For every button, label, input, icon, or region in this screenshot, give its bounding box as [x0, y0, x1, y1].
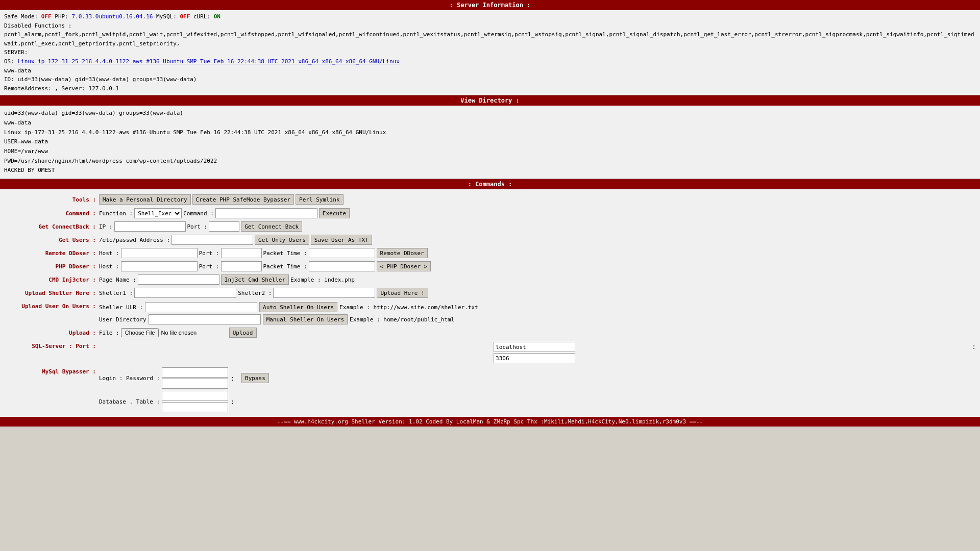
sheller1-label: Sheller1 : — [99, 290, 133, 296]
vd-line6: PWD=/usr/share/nginx/html/wordpress_com/… — [4, 157, 976, 166]
mysql-bypasser-content: Login : Password : : Bypass Database . T… — [99, 367, 976, 412]
ip-input[interactable] — [114, 221, 186, 232]
table-input[interactable] — [162, 402, 228, 412]
tools-row: Tools : Make a Personal Directory Create… — [0, 192, 980, 207]
server-info-line1: Safe Mode: OFF PHP: 7.0.33-0ubuntu0.16.0… — [4, 12, 976, 21]
php-ddoser-content: Host : Port : Packet Time : < PHP DDoser… — [99, 261, 976, 271]
server-disabled-value: pcntl_alarm,pcntl_fork,pcntl_waitpid,pcn… — [4, 30, 976, 48]
remote-ddoser-button[interactable]: Remote DDoser — [377, 248, 428, 258]
passwd-address-label: /etc/passwd Address : — [99, 237, 170, 243]
cmd-injector-example: Example : index.php — [290, 277, 355, 283]
command-label: Command : — [4, 210, 96, 217]
server-remote: RemoteAddress: , Server: 127.0.0.1 — [4, 84, 976, 93]
login-input[interactable] — [162, 367, 228, 378]
commands-section: Tools : Make a Personal Directory Create… — [0, 189, 980, 417]
port-label: Port : — [187, 223, 208, 230]
perl-symlink-button[interactable]: Perl Symlink — [296, 194, 343, 205]
function-select[interactable]: Shell_Exec exec system passthru popen — [134, 208, 182, 218]
sheller-ulr-input[interactable] — [145, 302, 257, 312]
rdos-host-label: Host : — [99, 250, 119, 257]
pdos-host-label: Host : — [99, 263, 119, 270]
php-ddoser-row: PHP DDoser : Host : Port : Packet Time :… — [0, 260, 980, 273]
page-name-input[interactable] — [138, 274, 219, 285]
php-ddoser-button[interactable]: < PHP DDoser > — [377, 261, 431, 271]
vd-line3: Linux ip-172-31-25-216 4.4.0-1122-aws #1… — [4, 128, 976, 138]
sheller-ulr-label: Sheller ULR : — [99, 304, 143, 311]
cmd-injector-row: CMD Inj3ctor : Page Name : Inj3ct Cmd Sh… — [0, 273, 980, 286]
cmd-injector-content: Page Name : Inj3ct Cmd Sheller Example :… — [99, 274, 976, 285]
command-input[interactable] — [215, 208, 317, 218]
sql-port-input[interactable] — [494, 353, 575, 363]
auto-sheller-button[interactable]: Auto Sheller On Users — [259, 302, 337, 312]
passwd-address-input[interactable] — [172, 235, 253, 245]
upload-row: Upload : File : Upload — [0, 326, 980, 339]
upload-user-row: Upload User On Users : Sheller ULR : Aut… — [0, 299, 980, 326]
footer-bar: --== www.h4ckcity.org Sheller Version: 1… — [0, 417, 980, 427]
sql-server-row: SQL-Server : Port : : — [0, 339, 980, 365]
upload-sheller-content: Sheller1 : Sheller2 : Upload Here ! — [99, 288, 976, 298]
remote-ddoser-row: Remote DDoser : Host : Port : Packet Tim… — [0, 246, 980, 260]
cmd-injector-label: CMD Inj3ctor : — [4, 277, 96, 283]
page-name-label: Page Name : — [99, 277, 136, 283]
bypass-button[interactable]: Bypass — [241, 373, 269, 383]
server-www: www-data — [4, 66, 976, 76]
mysql-bypasser-row: MySql Bypasser : Login : Password : : By… — [0, 365, 980, 414]
inject-cmd-sheller-button[interactable]: Inj3ct Cmd Sheller — [221, 274, 289, 285]
get-users-content: /etc/passwd Address : Get Only Users Sav… — [99, 235, 976, 245]
server-os-line: SERVER: — [4, 48, 976, 57]
get-only-users-button[interactable]: Get Only Users — [255, 235, 309, 245]
manual-sheller-example: Example : home/root/public_html — [350, 316, 454, 323]
rdos-host-input[interactable] — [121, 248, 198, 258]
manual-sheller-button[interactable]: Manual Sheller On Users — [263, 314, 348, 324]
sql-server-label: SQL-Server : Port : — [4, 342, 96, 349]
vd-line7: HACKED BY OMEST — [4, 166, 976, 176]
rdos-packet-label: Packet Time : — [263, 250, 307, 257]
vd-line4: USER=www-data — [4, 137, 976, 147]
view-directory-section: uid=33(www-data) gid=33(www-data) groups… — [0, 106, 980, 179]
create-php-safemode-button[interactable]: Create PHP SafeMode Bypasser — [192, 194, 294, 205]
vd-line5: HOME=/var/www — [4, 147, 976, 157]
upload-user-content: Sheller ULR : Auto Sheller On Users Exam… — [99, 302, 976, 324]
server-os: OS: Linux ip-172-31-25-216 4.4.0-1122-aw… — [4, 57, 976, 66]
sql-host-input[interactable] — [494, 342, 575, 352]
save-user-as-txt-button[interactable]: Save User As TXT — [311, 235, 372, 245]
make-personal-dir-button[interactable]: Make a Personal Directory — [99, 194, 191, 205]
server-info-section: Safe Mode: OFF PHP: 7.0.33-0ubuntu0.16.0… — [0, 10, 980, 95]
get-connect-back-button[interactable]: Get Connect Back — [241, 221, 302, 232]
get-users-label: Get Users : — [4, 237, 96, 243]
pdos-port-input[interactable] — [221, 261, 262, 271]
rdos-port-input[interactable] — [221, 248, 262, 258]
tools-label: Tools : — [4, 196, 96, 203]
upload-sheller-label: Upload Sheller Here : — [4, 290, 96, 296]
command-row: Command : Function : Shell_Exec exec sys… — [0, 207, 980, 220]
view-directory-header: View Directory : — [0, 95, 980, 106]
upload-button[interactable]: Upload — [229, 328, 257, 338]
commands-header: : Commands : — [0, 179, 980, 189]
sheller2-input[interactable] — [273, 288, 375, 298]
get-users-row: Get Users : /etc/passwd Address : Get On… — [0, 233, 980, 246]
database-input[interactable] — [162, 391, 228, 401]
user-dir-label: User Directory — [99, 316, 146, 323]
password-input[interactable] — [162, 379, 228, 389]
pdos-packet-input[interactable] — [309, 261, 375, 271]
execute-button[interactable]: Execute — [319, 208, 350, 218]
upload-user-label: Upload User On Users : — [4, 302, 96, 310]
rdos-port-label: Port : — [199, 250, 219, 257]
db-table-label: Database . Table : — [99, 398, 160, 405]
tools-buttons: Make a Personal Directory Create PHP Saf… — [99, 194, 976, 205]
remote-ddoser-label: Remote DDoser : — [4, 250, 96, 257]
pdos-host-input[interactable] — [121, 261, 198, 271]
command-input-label: Command : — [183, 210, 214, 217]
connectback-row: Get ConnectBack : IP : Port : Get Connec… — [0, 220, 980, 233]
php-ddoser-label: PHP DDoser : — [4, 263, 96, 270]
upload-here-button[interactable]: Upload Here ! — [377, 288, 428, 298]
sheller1-input[interactable] — [134, 288, 236, 298]
server-id: ID: uid=33(www-data) gid=33(www-data) gr… — [4, 75, 976, 84]
upload-label: Upload : — [4, 330, 96, 336]
sql-server-content — [99, 342, 970, 363]
user-dir-input[interactable] — [149, 314, 261, 324]
remote-ddoser-content: Host : Port : Packet Time : Remote DDose… — [99, 248, 976, 258]
file-input[interactable] — [121, 328, 228, 337]
port-input[interactable] — [209, 221, 239, 232]
rdos-packet-input[interactable] — [309, 248, 375, 258]
